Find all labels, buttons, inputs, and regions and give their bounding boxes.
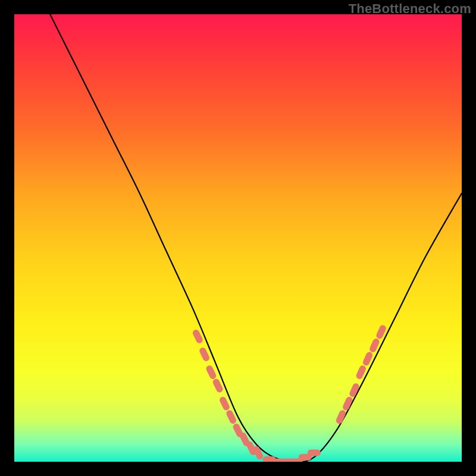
- chart-svg: [14, 14, 462, 462]
- svg-rect-4: [218, 396, 230, 411]
- highlight-segment-right: [335, 324, 387, 425]
- watermark-label: TheBottleneck.com: [349, 1, 471, 17]
- chart-plot-area: [14, 14, 462, 462]
- svg-rect-1: [198, 346, 210, 362]
- svg-rect-2: [205, 364, 217, 380]
- svg-rect-15: [308, 449, 321, 456]
- bottleneck-curve: [50, 14, 462, 462]
